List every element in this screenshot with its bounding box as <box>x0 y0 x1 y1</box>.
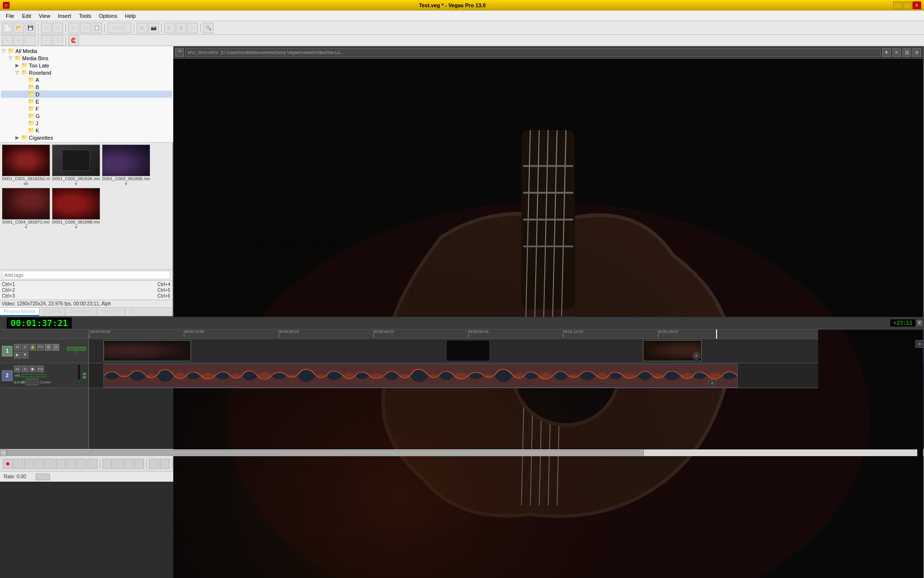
menu-view[interactable]: View <box>35 12 54 20</box>
video-track-row[interactable]: ⚙ <box>89 339 818 363</box>
menu-edit[interactable]: Edit <box>18 12 35 20</box>
video-clip-3[interactable]: ⚙ <box>643 340 701 361</box>
expand-cigarettes[interactable]: ▶ <box>15 135 21 140</box>
minimize-button[interactable]: ─ <box>893 1 902 9</box>
preview-path-input[interactable] <box>185 48 881 57</box>
trans-prev-btn[interactable]: ⏮ <box>56 459 65 469</box>
tree-e[interactable]: 📁 E <box>1 98 172 105</box>
expand-media-bins[interactable]: ▽ <box>9 55 14 61</box>
trans-step-fwd[interactable]: ▶ <box>88 459 97 469</box>
loop-btn[interactable]: ↻ <box>187 23 198 33</box>
select-btn[interactable]: ⬚ <box>25 35 36 46</box>
trim-btn[interactable]: ⧖ <box>52 35 63 46</box>
audio-solo-btn[interactable]: S <box>22 366 28 372</box>
audio-fx-btn[interactable]: FX <box>37 366 44 372</box>
thumb-d001c001[interactable]: D001_C001_08182N2.mov <box>2 144 50 186</box>
scroll-left-btn[interactable]: ◀ <box>0 449 7 456</box>
tab-transitions[interactable]: Transitions <box>65 308 97 316</box>
render-btn[interactable]: Render <box>107 23 131 33</box>
copy-btn[interactable]: ⧉ <box>80 23 90 33</box>
scroll-track[interactable] <box>7 449 917 456</box>
audio-mute-btn[interactable]: M <box>14 366 21 372</box>
new-btn[interactable]: 📄 <box>2 23 13 33</box>
menu-help[interactable]: Help <box>121 12 140 20</box>
tree-cigarettes[interactable]: ▶ 📁 Cigarettes <box>1 134 172 141</box>
menu-insert[interactable]: Insert <box>54 12 75 20</box>
thumb-d001c003[interactable]: D001_C003_08185E.mov <box>102 144 150 186</box>
video-fx-btn[interactable]: FX <box>37 344 44 351</box>
video-clip-2[interactable] <box>446 340 490 361</box>
tab-video-fx[interactable]: Video FX <box>97 308 125 316</box>
undo-btn[interactable]: ↩ <box>41 23 51 33</box>
trans-mode-btn3[interactable]: ⊟ <box>134 459 144 469</box>
thumb-d001c004[interactable]: D001_C004_081872.mov <box>2 188 50 229</box>
tree-a[interactable]: 📁 A <box>1 76 172 83</box>
tree-d[interactable]: 📁 D <box>1 91 172 98</box>
video-motion-btn[interactable]: ◎ <box>52 344 59 351</box>
record-btn[interactable]: ⏺ <box>137 23 147 33</box>
trans-mark-in[interactable]: [ <box>149 459 159 469</box>
audio-track-number[interactable]: 2 <box>2 370 13 381</box>
video-solo-btn[interactable]: S <box>22 344 28 351</box>
tree-g[interactable]: 📁 G <box>1 112 172 119</box>
trans-next-btn[interactable]: ⏭ <box>66 459 76 469</box>
maximize-button[interactable]: □ <box>903 1 911 9</box>
tree-too-late[interactable]: ▶ 📁 Too Late <box>1 62 172 69</box>
trans-cursor-mode[interactable]: ↖ <box>103 459 112 469</box>
thumb-d001c002[interactable]: D001_C002_08182K.mov <box>52 144 100 186</box>
menu-file[interactable]: File <box>2 12 18 20</box>
split-btn[interactable]: ⫟ <box>41 35 51 46</box>
edit-btn[interactable]: ✏ <box>13 35 24 46</box>
status-arrow-icon[interactable]: ▼ <box>36 473 50 480</box>
tab-project-media[interactable]: Project Media <box>0 308 39 316</box>
video-down-btn[interactable]: ▼ <box>22 352 28 358</box>
trans-loop-btn[interactable]: ↻ <box>13 459 23 469</box>
close-button[interactable]: ✕ <box>912 1 921 9</box>
trans-mode-btn2[interactable]: ✂ <box>124 459 133 469</box>
timeline-ruler[interactable]: 00:00:00:00 00:00:15:00 00:00:29:23 00:0… <box>89 329 818 339</box>
zoom-btn[interactable]: 🔍 <box>203 23 214 33</box>
menu-options[interactable]: Options <box>95 12 121 20</box>
video-clip-1[interactable] <box>103 340 191 361</box>
tree-roseland[interactable]: ▽ 📁 Roseland <box>1 69 172 76</box>
expand-roseland[interactable]: ▽ <box>15 70 21 75</box>
thumb-d001c005[interactable]: D001_C005_08189B.mov <box>52 188 100 229</box>
pvl-expand-btn[interactable]: ▼ <box>882 48 891 57</box>
audio-pan-knob[interactable] <box>26 379 38 385</box>
tags-input[interactable] <box>2 271 170 279</box>
tree-k[interactable]: 📁 K <box>1 127 172 134</box>
capture-btn[interactable]: 📷 <box>148 23 159 33</box>
trans-play-btn[interactable]: ▶ <box>24 459 34 469</box>
tab-explorer[interactable]: Explorer <box>39 308 65 316</box>
trans-step-back[interactable]: ◀ <box>77 459 87 469</box>
play-btn[interactable]: ▶ <box>164 23 175 33</box>
video-opacity-slider[interactable] <box>67 347 86 351</box>
trans-stop-btn[interactable]: ⏹ <box>45 459 55 469</box>
cursor-btn[interactable]: ↖ <box>2 35 13 46</box>
redo-btn[interactable]: ↪ <box>52 23 63 33</box>
video-lock-btn[interactable]: 🔒 <box>29 344 36 351</box>
trans-pause-btn[interactable]: ⏸ <box>35 459 44 469</box>
menu-tools[interactable]: Tools <box>75 12 95 20</box>
tree-all-media[interactable]: ▽ 📁 All Media <box>1 47 172 54</box>
video-compose-btn[interactable]: ⊕ <box>45 344 51 351</box>
paste-btn[interactable]: 📋 <box>91 23 102 33</box>
tree-j[interactable]: 📁 J <box>1 119 172 127</box>
snap-btn[interactable]: 🧲 <box>68 35 79 46</box>
pvl-settings-btn[interactable]: ⚙ <box>912 48 921 57</box>
video-mute-btn[interactable]: M <box>14 344 21 351</box>
scroll-thumb[interactable] <box>7 450 644 456</box>
stop-btn[interactable]: ⏹ <box>176 23 186 33</box>
timeline-scrollbar[interactable]: ◀ ▶ <box>0 449 924 456</box>
tab-me[interactable]: Me... <box>125 308 143 316</box>
video-track-number[interactable]: 1 <box>2 346 13 356</box>
cut-btn[interactable]: ✂ <box>68 23 79 33</box>
audio-track-row[interactable]: // This won't run in SVG context, so use… <box>89 363 818 388</box>
audio-arm-btn[interactable]: ⏺ <box>29 366 36 372</box>
tl-scroll-end-btn[interactable]: ▼ <box>917 320 922 326</box>
expand-all-media[interactable]: ▽ <box>2 48 8 53</box>
pvl-media-icon[interactable]: 🎬 <box>175 48 184 57</box>
tree-f[interactable]: 📁 F <box>1 105 172 112</box>
tree-b[interactable]: 📁 B <box>1 83 172 91</box>
trans-mark-out[interactable]: ] <box>160 459 169 469</box>
